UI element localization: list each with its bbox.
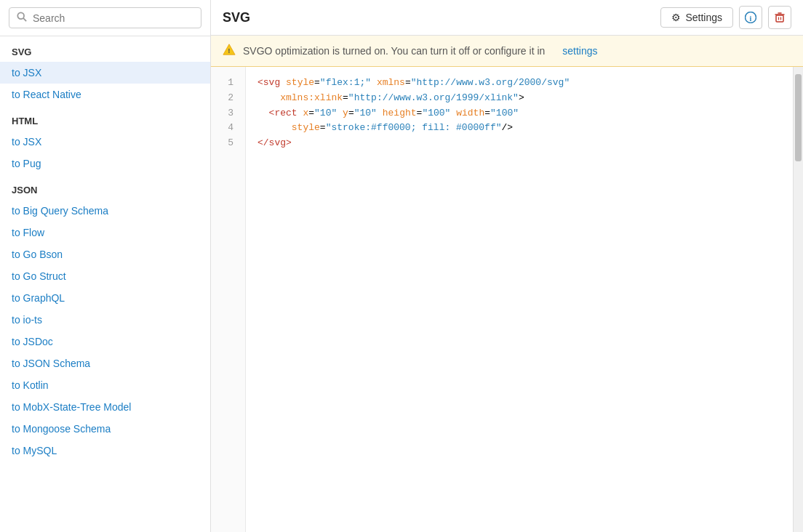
sidebar-item-json-to-mongoose[interactable]: to Mongoose Schema xyxy=(0,418,210,440)
sidebar-item-json-to-bigquery[interactable]: to Big Query Schema xyxy=(0,200,210,222)
main-content: SVG ⚙ Settings i xyxy=(211,0,803,532)
sidebar: SVG to JSX to React Native HTML to JSX t… xyxy=(0,0,211,532)
code-line-2: xmlns:xlink="http://www.w3.org/1999/xlin… xyxy=(257,91,781,106)
sidebar-item-json-to-flow[interactable]: to Flow xyxy=(0,222,210,243)
line-num-4: 4 xyxy=(211,121,239,136)
sidebar-item-svg-to-jsx[interactable]: to JSX xyxy=(0,62,210,84)
sidebar-item-json-to-gobson[interactable]: to Go Bson xyxy=(0,243,210,265)
page-title: SVG xyxy=(223,10,250,25)
search-input[interactable] xyxy=(33,12,193,24)
svg-text:!: ! xyxy=(228,47,230,55)
warning-banner: ! SVGO optimization is turned on. You ca… xyxy=(211,36,803,67)
sidebar-item-html-to-jsx[interactable]: to JSX xyxy=(0,131,210,153)
settings-label: Settings xyxy=(685,12,722,23)
line-num-2: 2 xyxy=(211,91,239,106)
search-container xyxy=(0,0,210,36)
code-content[interactable]: <svg style="flex:1;" xmlns="http://www.w… xyxy=(246,67,793,532)
code-line-5: </svg> xyxy=(257,136,781,151)
sidebar-item-json-to-iots[interactable]: to io-ts xyxy=(0,309,210,331)
warning-settings-link[interactable]: settings xyxy=(562,45,597,57)
sidebar-item-json-to-gostruct[interactable]: to Go Struct xyxy=(0,265,210,287)
app-container: SVG to JSX to React Native HTML to JSX t… xyxy=(0,0,803,532)
search-box xyxy=(9,7,201,28)
section-label-json: JSON xyxy=(0,174,210,200)
line-num-3: 3 xyxy=(211,106,239,121)
section-label-svg: SVG xyxy=(0,36,210,62)
sidebar-item-json-to-graphql[interactable]: to GraphQL xyxy=(0,287,210,309)
gear-icon: ⚙ xyxy=(671,12,681,23)
svg-point-0 xyxy=(17,12,24,19)
svg-text:i: i xyxy=(750,15,752,23)
line-num-5: 5 xyxy=(211,136,239,151)
section-label-html: HTML xyxy=(0,105,210,131)
header-buttons: ⚙ Settings i xyxy=(660,6,791,29)
line-numbers: 1 2 3 4 5 xyxy=(211,67,246,532)
line-num-1: 1 xyxy=(211,76,239,91)
code-line-1: <svg style="flex:1;" xmlns="http://www.w… xyxy=(257,76,781,91)
sidebar-item-json-to-jsonschema[interactable]: to JSON Schema xyxy=(0,352,210,374)
svg-rect-4 xyxy=(776,15,783,22)
warning-text: SVGO optimization is turned on. You can … xyxy=(243,45,545,57)
main-header: SVG ⚙ Settings i xyxy=(211,0,803,36)
code-line-4: style="stroke:#ff0000; fill: #0000ff"/> xyxy=(257,121,781,136)
code-line-3: <rect x="10" y="10" height="100" width="… xyxy=(257,106,781,121)
scrollbar-thumb xyxy=(795,74,802,161)
search-icon xyxy=(17,12,27,24)
sidebar-scroll: SVG to JSX to React Native HTML to JSX t… xyxy=(0,36,210,532)
svg-line-1 xyxy=(23,18,26,21)
settings-button[interactable]: ⚙ Settings xyxy=(660,7,733,28)
sidebar-item-json-to-mobx[interactable]: to MobX-State-Tree Model xyxy=(0,396,210,418)
sidebar-item-json-to-kotlin[interactable]: to Kotlin xyxy=(0,374,210,396)
warning-icon: ! xyxy=(223,43,236,59)
sidebar-item-json-to-jsdoc[interactable]: to JSDoc xyxy=(0,331,210,352)
code-editor: 1 2 3 4 5 <svg style="flex:1;" xmlns="ht… xyxy=(211,67,803,532)
sidebar-item-json-to-mysql[interactable]: to MySQL xyxy=(0,440,210,462)
sidebar-item-svg-to-react-native[interactable]: to React Native xyxy=(0,84,210,105)
info-button[interactable]: i xyxy=(739,6,762,29)
editor-scrollbar[interactable] xyxy=(793,67,803,532)
delete-button[interactable] xyxy=(768,6,791,29)
sidebar-item-html-to-pug[interactable]: to Pug xyxy=(0,153,210,174)
